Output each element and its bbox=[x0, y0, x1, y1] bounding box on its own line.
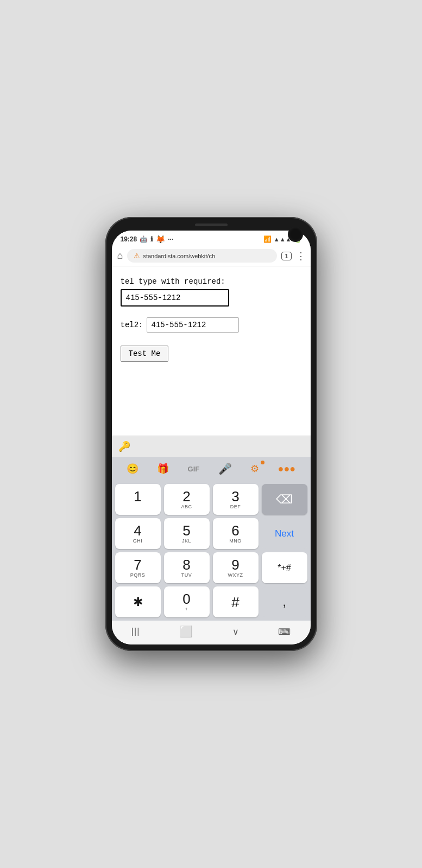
key-symbols[interactable]: *+# bbox=[262, 552, 307, 583]
tel-required-label: tel type with required: bbox=[121, 277, 302, 286]
settings-dot bbox=[261, 461, 264, 464]
warning-icon: ⚠ bbox=[134, 252, 140, 260]
web-content-area: tel type with required: tel2: Test Me bbox=[112, 266, 311, 436]
url-bar[interactable]: ⚠ standardista.com/webkit/ch bbox=[127, 249, 277, 263]
key-hash[interactable]: # bbox=[213, 586, 259, 617]
key-0[interactable]: 0 + bbox=[164, 586, 210, 617]
numeric-keypad: 1 2 ABC 3 DEF ⌫ 4 GHI 5 JKL bbox=[112, 481, 311, 621]
browser-menu-icon[interactable]: ⋮ bbox=[296, 250, 305, 262]
key-4[interactable]: 4 GHI bbox=[115, 518, 161, 549]
info-icon: ℹ bbox=[150, 235, 153, 243]
home-icon[interactable]: ⌂ bbox=[117, 250, 123, 261]
key-8[interactable]: 8 TUV bbox=[164, 552, 210, 583]
key-comma[interactable]: , bbox=[262, 586, 307, 617]
key-1[interactable]: 1 bbox=[115, 484, 161, 515]
bottom-nav-bar: ||| ⬜ ∨ ⌨ bbox=[112, 621, 311, 644]
key-backspace[interactable]: ⌫ bbox=[262, 484, 307, 515]
tab-count-badge[interactable]: 1 bbox=[281, 252, 291, 260]
browser-toolbar: ⌂ ⚠ standardista.com/webkit/ch 1 ⋮ bbox=[112, 246, 311, 266]
android-icon: 🤖 bbox=[140, 235, 148, 243]
more-dots: ··· bbox=[168, 235, 173, 243]
front-camera bbox=[288, 227, 303, 242]
firefox-icon: 🦊 bbox=[156, 235, 165, 244]
mic-toolbar-btn[interactable]: 🎤 bbox=[214, 461, 236, 476]
test-me-button[interactable]: Test Me bbox=[121, 346, 169, 362]
wifi-icon: 📶 bbox=[263, 235, 272, 243]
settings-toolbar-btn[interactable]: ⚙ bbox=[246, 462, 263, 476]
speaker-grill bbox=[195, 224, 228, 226]
status-bar: 19:28 🤖 ℹ 🦊 ··· 📶 ▲▲▲ 🔋 bbox=[112, 231, 311, 246]
url-text: standardista.com/webkit/ch bbox=[143, 253, 215, 259]
key-2[interactable]: 2 ABC bbox=[164, 484, 210, 515]
key-icon: 🔑 bbox=[118, 441, 130, 452]
key-next[interactable]: Next bbox=[262, 518, 307, 549]
tel2-label: tel2: bbox=[121, 321, 143, 329]
keyboard-nav-btn[interactable]: ⌨ bbox=[278, 627, 291, 637]
back-nav-btn[interactable]: ∨ bbox=[232, 627, 239, 637]
tel2-input[interactable] bbox=[147, 317, 239, 333]
gif-toolbar-btn[interactable]: GIF bbox=[184, 464, 204, 474]
key-9[interactable]: 9 WXYZ bbox=[213, 552, 259, 583]
recents-nav-btn[interactable]: ||| bbox=[131, 627, 140, 636]
more-toolbar-btn[interactable]: ●●● bbox=[274, 462, 300, 476]
home-nav-btn[interactable]: ⬜ bbox=[179, 625, 193, 638]
key-7[interactable]: 7 PQRS bbox=[115, 552, 161, 583]
key-star[interactable]: ✱ bbox=[115, 586, 161, 617]
key-3[interactable]: 3 DEF bbox=[213, 484, 259, 515]
tel-required-input[interactable] bbox=[121, 289, 229, 307]
key-5[interactable]: 5 JKL bbox=[164, 518, 210, 549]
sticker-toolbar-btn[interactable]: 🎁 bbox=[153, 462, 173, 476]
password-manager-bar: 🔑 bbox=[112, 436, 311, 457]
time-display: 19:28 bbox=[121, 235, 137, 243]
keyboard-toolbar: 😊 🎁 GIF 🎤 ⚙ ●●● bbox=[112, 457, 311, 481]
key-6[interactable]: 6 MNO bbox=[213, 518, 259, 549]
emoji-toolbar-btn[interactable]: 😊 bbox=[122, 462, 143, 476]
